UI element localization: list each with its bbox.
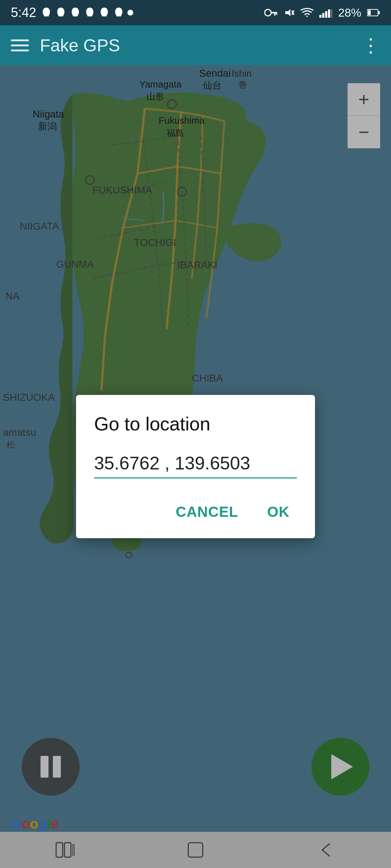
more-options-button[interactable]: ⋮ — [361, 36, 380, 55]
app-title: Fake GPS — [40, 35, 361, 55]
svg-marker-4 — [285, 9, 290, 16]
svg-point-0 — [265, 9, 271, 16]
dialog-overlay: Go to location CANCEL OK — [0, 65, 391, 868]
svg-rect-11 — [331, 9, 332, 18]
ghost-icon-5 — [98, 7, 110, 18]
dialog-buttons: CANCEL OK — [94, 497, 297, 527]
svg-rect-10 — [328, 9, 330, 18]
mute-icon — [283, 7, 295, 18]
go-to-location-dialog: Go to location CANCEL OK — [76, 395, 315, 538]
map-area[interactable]: Sendai 仙台 Yamagata 山形 Niigata 新潟 Fukushi… — [0, 65, 391, 868]
status-bar: 5:42 28% — [0, 0, 391, 25]
svg-rect-9 — [325, 11, 327, 18]
signal-icon — [319, 8, 332, 18]
hamburger-menu-button[interactable] — [11, 39, 29, 51]
dialog-title: Go to location — [94, 413, 297, 435]
ghost-icon-1 — [41, 7, 52, 18]
svg-rect-2 — [274, 13, 276, 16]
ghost-icon-6 — [113, 7, 125, 18]
status-time: 5:42 — [11, 5, 36, 20]
notification-dot — [127, 10, 133, 16]
svg-rect-13 — [378, 11, 380, 14]
battery-percent: 28% — [338, 6, 361, 20]
notification-icons — [41, 7, 133, 18]
svg-rect-14 — [368, 10, 371, 15]
wifi-icon — [300, 8, 314, 18]
ghost-icon-3 — [70, 7, 81, 18]
app-bar: Fake GPS ⋮ — [0, 25, 391, 65]
svg-rect-8 — [322, 13, 324, 18]
svg-rect-1 — [271, 12, 277, 13]
status-right-icons: 28% — [264, 6, 380, 20]
battery-icon — [367, 9, 380, 17]
svg-rect-3 — [276, 13, 277, 15]
key-icon — [264, 8, 277, 18]
location-input[interactable] — [94, 453, 297, 474]
ghost-icon-4 — [84, 7, 96, 18]
ok-button[interactable]: OK — [260, 497, 297, 527]
dialog-input-wrapper — [94, 453, 297, 478]
svg-rect-7 — [319, 15, 321, 18]
ghost-icon-2 — [55, 7, 67, 18]
cancel-button[interactable]: CANCEL — [168, 497, 245, 527]
